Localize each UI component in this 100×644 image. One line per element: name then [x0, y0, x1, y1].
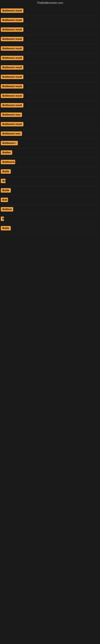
bottleneck-badge[interactable]: Bottleneck result	[1, 103, 23, 108]
result-row: Bottleneck result	[0, 25, 100, 35]
result-row: Bottlen	[0, 148, 100, 158]
result-row: Bottleneck result	[0, 73, 100, 82]
result-row: Bottleneck result	[0, 35, 100, 44]
bottleneck-badge[interactable]: Bottlens	[1, 207, 13, 212]
result-row: Bottleneck result	[0, 92, 100, 101]
bottleneck-badge[interactable]: Bott	[1, 198, 8, 202]
bottleneck-badge[interactable]: Bottle	[1, 226, 11, 230]
bottleneck-badge[interactable]: Bottleneck result	[1, 84, 23, 88]
bottleneck-badge[interactable]: Bottleneck result	[1, 65, 23, 70]
bottleneck-badge[interactable]: Bottleneck result	[1, 27, 23, 32]
bottleneck-badge[interactable]: Bottleneck result	[1, 75, 23, 79]
result-row: Bottleneck resu	[0, 110, 100, 120]
bottleneck-badge[interactable]: Bottle	[1, 188, 11, 192]
result-row: Bottlens	[0, 205, 100, 214]
bottleneck-badge[interactable]: Bottleneck resu	[1, 112, 22, 117]
result-row: Bottleneck result	[0, 44, 100, 54]
result-row: Bottle	[0, 186, 100, 196]
result-row: Bottleneck	[0, 158, 100, 167]
result-row: B	[0, 214, 100, 224]
bottleneck-badge[interactable]: Bottleneck result	[1, 37, 23, 41]
result-row: Bott	[0, 196, 100, 205]
bottleneck-badge[interactable]: Bottleneck result	[1, 8, 23, 13]
bottleneck-badge[interactable]: Bottleneck resu	[1, 132, 22, 136]
result-row: Bottleneck result	[0, 82, 100, 92]
result-row: Bottle	[0, 224, 100, 234]
result-row: Bottleneck result	[0, 101, 100, 110]
bottleneck-badge[interactable]: Bottleneck result	[1, 56, 23, 60]
result-row: Bottleneck result	[0, 63, 100, 73]
bottleneck-badge[interactable]: Bottlen	[1, 150, 12, 155]
result-row: Bottleneck result	[0, 6, 100, 16]
result-row: Bottleneck resu	[0, 130, 100, 139]
bottleneck-badge[interactable]: Bottleneck result	[1, 94, 23, 98]
result-row: Bo	[0, 177, 100, 186]
results-container: Bottleneck resultBottleneck resultBottle…	[0, 6, 100, 234]
site-title-container: TheBottlenecker.com	[0, 0, 100, 6]
result-row: Bottleneck result	[0, 16, 100, 25]
bottleneck-badge[interactable]: Bottleneck result	[1, 46, 23, 51]
result-row: Bottleneck r	[0, 139, 100, 148]
bottleneck-badge[interactable]: Bottleneck result	[1, 18, 23, 22]
result-row: Bottle	[0, 167, 100, 177]
bottleneck-badge[interactable]: Bo	[1, 179, 6, 183]
bottleneck-badge[interactable]: Bottleneck result	[1, 122, 23, 126]
bottleneck-badge[interactable]: Bottleneck	[1, 160, 15, 164]
bottleneck-badge[interactable]: Bottleneck r	[1, 141, 18, 145]
result-row: Bottleneck result	[0, 54, 100, 63]
site-title: TheBottlenecker.com	[0, 0, 100, 6]
result-row: Bottleneck result	[0, 120, 100, 130]
bottleneck-badge[interactable]: Bottle	[1, 169, 11, 174]
bottleneck-badge[interactable]: B	[1, 216, 4, 221]
